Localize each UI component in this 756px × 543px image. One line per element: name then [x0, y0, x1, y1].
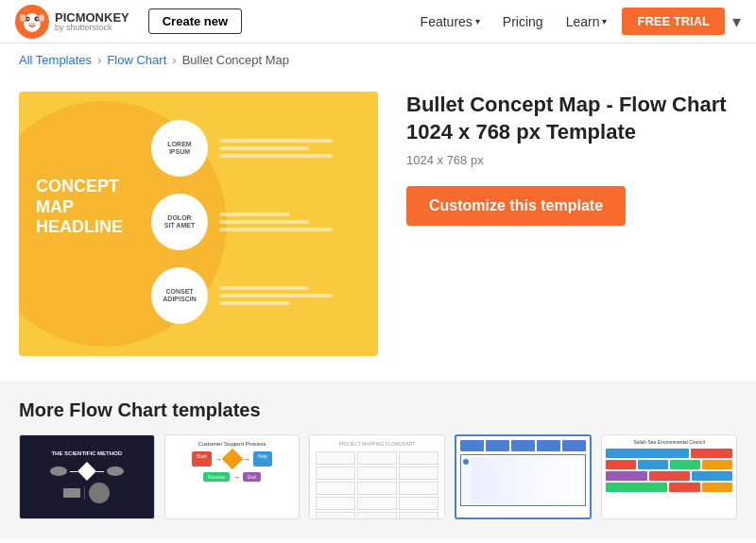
arrow: →	[215, 455, 222, 464]
salish-cell	[670, 460, 700, 469]
card-2-content: Customer Support Process Start → → Help …	[165, 435, 300, 487]
rect-shape	[63, 488, 80, 498]
preview-nodes: LOREMIPSUM DOLORSIT AMET CONSETADIPISCIN	[151, 120, 333, 324]
preview-line	[219, 220, 309, 224]
nav-features[interactable]: Features ▾	[421, 14, 480, 29]
grid-cell	[357, 497, 397, 510]
grid-cell	[399, 497, 438, 510]
template-card-5[interactable]: Salish Sea Environmental Council	[601, 434, 737, 519]
template-preview: CONCEPTMAPHEADLINE LOREMIPSUM DOLORSIT A…	[19, 92, 378, 356]
site-header: PICMONKEY by shutterstock Create new Fea…	[0, 0, 756, 43]
blue-header-cell	[486, 440, 509, 451]
more-section: More Flow Chart templates THE SCIENTIFIC…	[0, 381, 756, 538]
header-more-button[interactable]: ▾	[732, 11, 741, 32]
chevron-down-icon-2: ▾	[602, 16, 607, 26]
template-info: Bullet Concept Map - Flow Chart 1024 x 7…	[406, 92, 737, 226]
salish-row	[606, 460, 732, 469]
customize-button[interactable]: Customize this template	[406, 186, 626, 226]
blue-content-fill	[471, 457, 584, 503]
preview-headline: CONCEPTMAPHEADLINE	[36, 177, 123, 238]
card-1-content: THE SCIENTIFIC METHOD	[44, 445, 129, 509]
salish-cell	[691, 449, 732, 458]
grid-cell	[357, 467, 397, 480]
preview-line	[219, 212, 290, 216]
template-size: 1024 x 768 px	[406, 153, 737, 167]
card-2-title: Customer Support Process	[171, 441, 294, 447]
flow-connector	[84, 486, 85, 500]
salish-cell	[649, 471, 690, 481]
logo-icon	[15, 5, 49, 39]
nav-features-label: Features	[421, 14, 472, 29]
preview-node-circle-3: CONSETADIPISCIN	[151, 267, 208, 324]
salish-cell	[702, 460, 732, 469]
main-content: CONCEPTMAPHEADLINE LOREMIPSUM DOLORSIT A…	[0, 76, 756, 371]
flow-connector	[96, 471, 104, 472]
flow-connector	[70, 471, 77, 472]
template-card-4[interactable]	[455, 434, 593, 519]
preview-line	[219, 301, 290, 305]
preview-lines-1	[219, 139, 333, 158]
template-card-2[interactable]: Customer Support Process Start → → Help …	[164, 434, 301, 519]
grid-cell	[399, 451, 438, 465]
card-3-content: PROJECT MAPPING FLOWCHART	[310, 435, 444, 519]
arrow: →	[243, 455, 250, 464]
grid-cell	[399, 482, 438, 495]
card-1-title: THE SCIENTIFIC METHOD	[51, 450, 122, 456]
svg-point-10	[39, 14, 44, 22]
blue-header-cell	[511, 440, 535, 451]
preview-node-circle-1: LOREMIPSUM	[151, 120, 208, 177]
template-card-1[interactable]: THE SCIENTIFIC METHOD	[19, 434, 155, 519]
blue-header-cell	[562, 440, 586, 451]
card-2-flow-2: Resolve → End	[171, 472, 294, 482]
salish-cell	[702, 483, 732, 492]
grid-cell	[357, 482, 397, 495]
blue-header-cell	[460, 440, 484, 451]
card-2-flow: Start → → Help	[171, 451, 294, 467]
card-1-bottom	[63, 483, 110, 503]
flow-block: Start	[192, 451, 212, 467]
blue-header-cell	[537, 440, 560, 451]
salish-cell	[638, 460, 668, 469]
logo-area: PICMONKEY by shutterstock	[15, 5, 129, 39]
grid-cell	[316, 467, 355, 480]
card-3-title: PROJECT MAPPING FLOWCHART	[316, 441, 438, 447]
preview-line	[219, 154, 333, 158]
main-nav: Features ▾ Pricing Learn ▾	[421, 14, 608, 29]
preview-line	[219, 294, 333, 297]
svg-point-9	[20, 14, 26, 22]
grid-cell	[357, 512, 397, 519]
nav-pricing-label: Pricing	[503, 14, 543, 29]
preview-node-circle-2: DOLORSIT AMET	[151, 194, 208, 250]
breadcrumb-all-templates[interactable]: All Templates	[19, 53, 92, 67]
salish-cell	[606, 471, 646, 481]
card-5-content: Salish Sea Environmental Council	[602, 435, 736, 496]
preview-lines-3	[219, 286, 333, 305]
salish-cell	[606, 449, 689, 458]
preview-line	[219, 228, 333, 231]
card-3-grid	[316, 451, 438, 519]
flow-shape	[50, 467, 67, 476]
breadcrumb-sep-1: ›	[97, 53, 101, 67]
blue-dot	[463, 459, 469, 465]
salish-cell	[606, 460, 636, 469]
nav-pricing[interactable]: Pricing	[503, 14, 543, 29]
template-card-3[interactable]: PROJECT MAPPING FLOWCHART	[309, 434, 445, 519]
arrow: →	[232, 473, 240, 482]
salish-cell	[692, 471, 732, 481]
blue-header-row	[460, 440, 587, 451]
more-templates-title: More Flow Chart templates	[19, 399, 737, 421]
free-trial-button[interactable]: FREE TRIAL	[622, 8, 725, 35]
diamond-shape	[77, 462, 96, 481]
svg-point-4	[27, 18, 29, 20]
templates-row: THE SCIENTIFIC METHOD Customer Support	[19, 434, 737, 519]
breadcrumb-flow-chart[interactable]: Flow Chart	[107, 53, 166, 67]
breadcrumb-sep-2: ›	[172, 53, 176, 67]
grid-cell	[316, 482, 355, 495]
card-5-title: Salish Sea Environmental Council	[606, 439, 732, 445]
salish-cell	[606, 483, 667, 492]
create-new-button[interactable]: Create new	[148, 8, 242, 34]
card-1-shapes	[50, 465, 124, 478]
breadcrumb: All Templates › Flow Chart › Bullet Conc…	[0, 43, 756, 76]
nav-learn[interactable]: Learn ▾	[566, 14, 608, 29]
breadcrumb-current: Bullet Concept Map	[182, 53, 289, 67]
